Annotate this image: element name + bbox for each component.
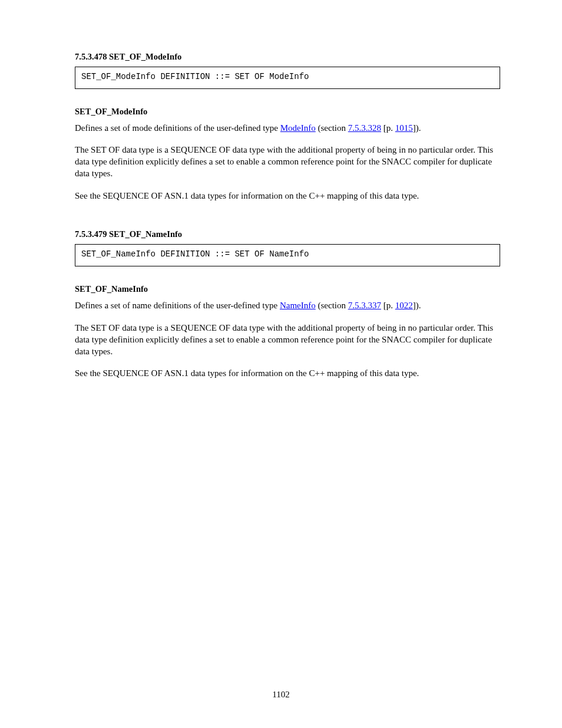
page-link[interactable]: 1015: [395, 123, 413, 133]
description-paragraph: Defines a set of name definitions of the…: [75, 300, 500, 312]
page-number: 1102: [0, 690, 562, 700]
text-run: (section: [316, 301, 348, 310]
type-label: SET_OF_NameInfo: [75, 284, 500, 294]
code-box: SET_OF_NameInfo DEFINITION ::= SET OF Na…: [75, 244, 500, 266]
section-link[interactable]: 7.5.3.328: [348, 123, 381, 133]
body-paragraph: The SET OF data type is a SEQUENCE OF da…: [75, 144, 500, 180]
text-run: ]).: [413, 301, 421, 310]
type-label: SET_OF_ModeInfo: [75, 107, 500, 117]
description-paragraph: Defines a set of mode definitions of the…: [75, 123, 500, 134]
page: 7.5.3.478 SET_OF_ModeInfo SET_OF_ModeInf…: [0, 0, 562, 728]
section-heading: 7.5.3.478 SET_OF_ModeInfo: [75, 52, 500, 62]
body-paragraph: See the SEQUENCE OF ASN.1 data types for…: [75, 190, 500, 202]
body-paragraph: The SET OF data type is a SEQUENCE OF da…: [75, 322, 500, 358]
text-run: [p.: [381, 301, 395, 310]
code-box: SET_OF_ModeInfo DEFINITION ::= SET OF Mo…: [75, 67, 500, 89]
text-run: ]).: [413, 123, 421, 133]
type-link[interactable]: ModeInfo: [280, 123, 316, 133]
type-link[interactable]: NameInfo: [280, 301, 316, 310]
text-run: Defines a set of mode definitions of the…: [75, 123, 280, 133]
section-heading: 7.5.3.479 SET_OF_NameInfo: [75, 229, 500, 239]
text-run: [p.: [381, 123, 395, 133]
section-link[interactable]: 7.5.3.337: [348, 301, 381, 310]
text-run: Defines a set of name definitions of the…: [75, 301, 280, 310]
page-content: 7.5.3.478 SET_OF_ModeInfo SET_OF_ModeInf…: [75, 52, 500, 390]
text-run: (section: [316, 123, 348, 133]
section-gap: [75, 213, 500, 229]
page-link[interactable]: 1022: [395, 301, 413, 310]
body-paragraph: See the SEQUENCE OF ASN.1 data types for…: [75, 368, 500, 380]
